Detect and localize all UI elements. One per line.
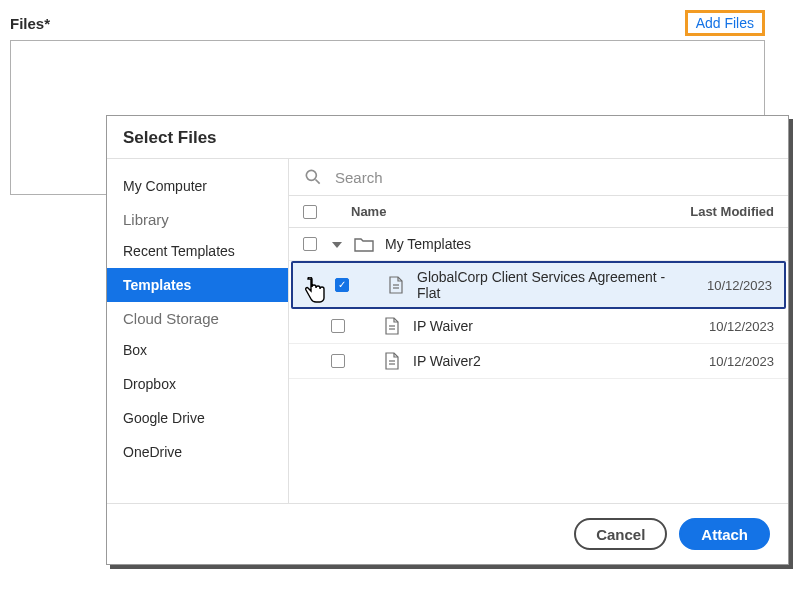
folder-row[interactable]: My Templates bbox=[289, 228, 788, 261]
file-checkbox[interactable]: ✓ bbox=[335, 278, 349, 292]
search-input[interactable] bbox=[333, 168, 774, 187]
caret-down-icon[interactable] bbox=[327, 239, 347, 249]
sidebar: My Computer Library Recent Templates Tem… bbox=[107, 159, 289, 503]
document-icon bbox=[375, 317, 409, 335]
folder-icon bbox=[347, 236, 381, 252]
select-all-checkbox[interactable] bbox=[303, 205, 317, 219]
document-icon bbox=[375, 352, 409, 370]
main-panel: Name Last Modified My Templates ✓ bbox=[289, 159, 788, 503]
file-name: IP Waiver bbox=[409, 318, 674, 334]
search-icon bbox=[303, 167, 323, 187]
folder-checkbox[interactable] bbox=[303, 237, 317, 251]
file-checkbox[interactable] bbox=[331, 354, 345, 368]
sidebar-item-google-drive[interactable]: Google Drive bbox=[107, 401, 288, 435]
sidebar-item-my-computer[interactable]: My Computer bbox=[107, 169, 288, 203]
file-name: GlobalCorp Client Services Agreement - F… bbox=[413, 269, 672, 301]
column-name[interactable]: Name bbox=[347, 204, 674, 219]
dialog-title: Select Files bbox=[107, 116, 788, 158]
file-name: IP Waiver2 bbox=[409, 353, 674, 369]
file-row[interactable]: IP Waiver2 10/12/2023 bbox=[289, 344, 788, 379]
sidebar-group-cloud: Cloud Storage bbox=[107, 302, 288, 333]
file-date: 10/12/2023 bbox=[672, 278, 772, 293]
attach-button[interactable]: Attach bbox=[679, 518, 770, 550]
sidebar-item-recent-templates[interactable]: Recent Templates bbox=[107, 234, 288, 268]
document-icon bbox=[379, 276, 413, 294]
column-modified[interactable]: Last Modified bbox=[674, 204, 774, 219]
sidebar-item-onedrive[interactable]: OneDrive bbox=[107, 435, 288, 469]
sidebar-item-dropbox[interactable]: Dropbox bbox=[107, 367, 288, 401]
select-files-dialog: Select Files My Computer Library Recent … bbox=[106, 115, 789, 565]
file-row[interactable]: ✓ GlobalCorp Client Services Agreement -… bbox=[291, 261, 786, 309]
file-row[interactable]: IP Waiver 10/12/2023 bbox=[289, 309, 788, 344]
file-checkbox[interactable] bbox=[331, 319, 345, 333]
svg-line-1 bbox=[316, 180, 320, 184]
file-date: 10/12/2023 bbox=[674, 319, 774, 334]
files-label: Files* bbox=[10, 15, 50, 32]
file-date: 10/12/2023 bbox=[674, 354, 774, 369]
sidebar-item-box[interactable]: Box bbox=[107, 333, 288, 367]
add-files-button[interactable]: Add Files bbox=[685, 10, 765, 36]
svg-marker-2 bbox=[332, 242, 342, 248]
sidebar-group-library: Library bbox=[107, 203, 288, 234]
sidebar-item-templates[interactable]: Templates bbox=[107, 268, 288, 302]
cursor-hand-icon bbox=[301, 277, 329, 310]
folder-name: My Templates bbox=[381, 236, 674, 252]
cancel-button[interactable]: Cancel bbox=[574, 518, 667, 550]
column-header-row: Name Last Modified bbox=[289, 195, 788, 228]
svg-point-0 bbox=[306, 170, 316, 180]
